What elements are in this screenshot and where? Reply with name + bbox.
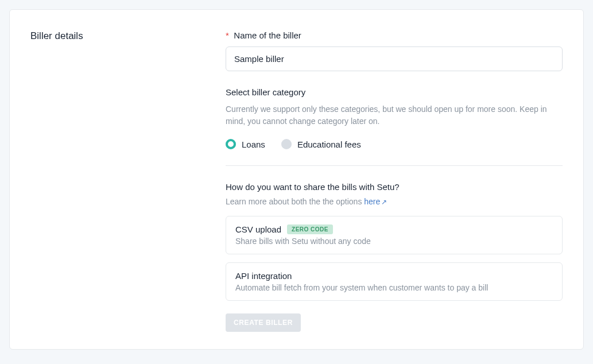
name-field-block: * Name of the biller <box>226 30 563 71</box>
biller-name-input[interactable] <box>226 47 563 71</box>
biller-details-card: Biller details * Name of the biller Sele… <box>9 9 584 350</box>
category-field-block: Select biller category Currently we supp… <box>226 87 563 149</box>
divider <box>226 165 563 166</box>
left-column: Biller details <box>30 30 214 332</box>
share-section: How do you want to share the bills with … <box>226 182 563 332</box>
external-link-icon: ↗ <box>381 198 387 206</box>
learn-more-link[interactable]: here <box>364 197 380 206</box>
radio-label-loans: Loans <box>242 140 265 149</box>
section-title: Biller details <box>30 30 214 42</box>
zero-code-badge: ZERO CODE <box>287 224 333 234</box>
category-label-row: Select biller category <box>226 87 563 98</box>
csv-title-row: CSV upload ZERO CODE <box>235 224 553 234</box>
csv-upload-desc: Share bills with Setu without any code <box>235 237 553 246</box>
csv-upload-title: CSV upload <box>235 224 281 234</box>
name-field-label: Name of the biller <box>234 30 301 40</box>
category-radio-group: Loans Educational fees <box>226 139 563 149</box>
name-label-row: * Name of the biller <box>226 30 563 41</box>
radio-option-loans[interactable]: Loans <box>226 139 265 149</box>
right-column: * Name of the biller Select biller categ… <box>226 30 563 332</box>
api-integration-desc: Automate bill fetch from your system whe… <box>235 283 553 292</box>
radio-label-educational-fees: Educational fees <box>297 140 361 149</box>
radio-option-educational-fees[interactable]: Educational fees <box>281 139 361 149</box>
share-helper-prefix: Learn more about both the the options <box>226 197 364 206</box>
share-helper-text: Learn more about both the the options he… <box>226 196 563 208</box>
create-biller-button[interactable]: CREATE BILLER <box>226 313 301 332</box>
category-field-label: Select biller category <box>226 87 305 97</box>
share-option-api-integration[interactable]: API integration Automate bill fetch from… <box>226 262 563 301</box>
api-title-row: API integration <box>235 271 553 281</box>
radio-selected-icon <box>226 139 236 149</box>
share-label-row: How do you want to share the bills with … <box>226 182 563 192</box>
category-helper-text: Currently we support only these categori… <box>226 103 563 127</box>
share-field-label: How do you want to share the bills with … <box>226 182 400 192</box>
share-option-csv-upload[interactable]: CSV upload ZERO CODE Share bills with Se… <box>226 216 563 254</box>
api-integration-title: API integration <box>235 271 292 281</box>
required-asterisk-icon: * <box>226 30 229 40</box>
radio-unselected-icon <box>281 139 292 149</box>
